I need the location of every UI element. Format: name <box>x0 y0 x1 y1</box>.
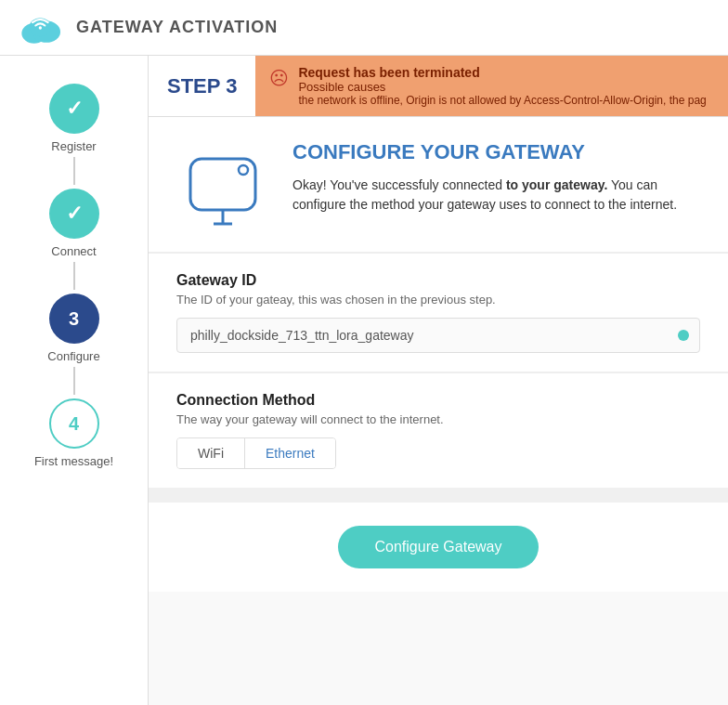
alert-sad-icon: ☹ <box>269 67 289 89</box>
gateway-status-dot <box>678 330 689 341</box>
sidebar-item-connect: ✓ Connect <box>49 189 99 258</box>
configure-circle: 3 <box>49 294 99 344</box>
step-label-container: STEP 3 <box>149 56 255 116</box>
sidebar-item-first-message: 4 First message! <box>34 398 113 468</box>
connect-check: ✓ <box>66 202 83 226</box>
description-bold: to your gateway. <box>506 177 607 192</box>
connect-circle: ✓ <box>49 189 99 239</box>
first-message-number: 4 <box>69 413 79 435</box>
footer-separator <box>149 488 728 495</box>
gateway-id-input[interactable] <box>176 318 700 353</box>
connect-label: Connect <box>51 244 96 258</box>
gateway-id-section: Gateway ID The ID of your gateay, this w… <box>149 253 728 372</box>
connection-method-label: Connection Method <box>176 392 700 409</box>
connection-tab-group: WiFi Ethernet <box>176 437 336 469</box>
alert-text: Request has been terminated Possible cau… <box>298 65 706 107</box>
connection-method-description: The way your gateway will connect to the… <box>176 412 700 426</box>
svg-point-5 <box>239 165 248 175</box>
sidebar-item-configure: 3 Configure <box>47 294 99 363</box>
app-title: GATEWAY ACTIVATION <box>76 18 278 37</box>
first-message-circle: 4 <box>49 398 99 449</box>
sidebar-item-register: ✓ Register <box>49 84 99 153</box>
sidebar-line-3 <box>73 367 75 395</box>
footer-section: Configure Gateway <box>149 495 728 592</box>
configure-label: Configure <box>47 349 99 363</box>
gateway-header: CONFIGURE YOUR GATEWAY Okay! You've succ… <box>149 117 728 252</box>
configure-number: 3 <box>69 308 79 330</box>
gateway-id-description: The ID of your gateay, this was chosen i… <box>176 293 700 307</box>
step-header-row: STEP 3 ☹ Request has been terminated Pos… <box>149 56 728 117</box>
gateway-header-text: CONFIGURE YOUR GATEWAY Okay! You've succ… <box>292 140 700 215</box>
alert-subtitle: Possible causes <box>298 80 706 94</box>
cloud-icon <box>19 10 65 46</box>
gateway-description: Okay! You've successfuly connected to yo… <box>292 176 700 215</box>
alert-bar: ☹ Request has been terminated Possible c… <box>255 56 728 116</box>
register-label: Register <box>51 139 96 153</box>
sidebar: ✓ Register ✓ Connect 3 Configure 4 First… <box>0 56 149 705</box>
register-circle: ✓ <box>49 84 99 134</box>
description-part1: Okay! You've successfuly connected <box>292 177 506 192</box>
configure-gateway-button[interactable]: Configure Gateway <box>338 526 540 568</box>
gateway-heading: CONFIGURE YOUR GATEWAY <box>292 140 700 164</box>
ethernet-tab[interactable]: Ethernet <box>245 438 335 468</box>
sidebar-line-2 <box>73 262 75 290</box>
step-label: STEP 3 <box>167 74 237 98</box>
first-message-label: First message! <box>34 454 113 468</box>
app-header: GATEWAY ACTIVATION <box>0 0 728 56</box>
main-layout: ✓ Register ✓ Connect 3 Configure 4 First… <box>0 56 728 705</box>
connection-method-section: Connection Method The way your gateway w… <box>149 372 728 488</box>
alert-detail: the network is offline, Origin is not al… <box>298 94 706 107</box>
alert-title: Request has been terminated <box>298 65 706 80</box>
sidebar-line-1 <box>73 157 75 185</box>
svg-point-3 <box>39 26 42 29</box>
register-check: ✓ <box>66 97 83 121</box>
wifi-tab[interactable]: WiFi <box>177 438 245 468</box>
gateway-id-input-wrapper <box>176 318 700 353</box>
content-area: STEP 3 ☹ Request has been terminated Pos… <box>149 56 728 705</box>
gateway-id-label: Gateway ID <box>176 272 700 289</box>
gateway-icon <box>176 140 269 233</box>
